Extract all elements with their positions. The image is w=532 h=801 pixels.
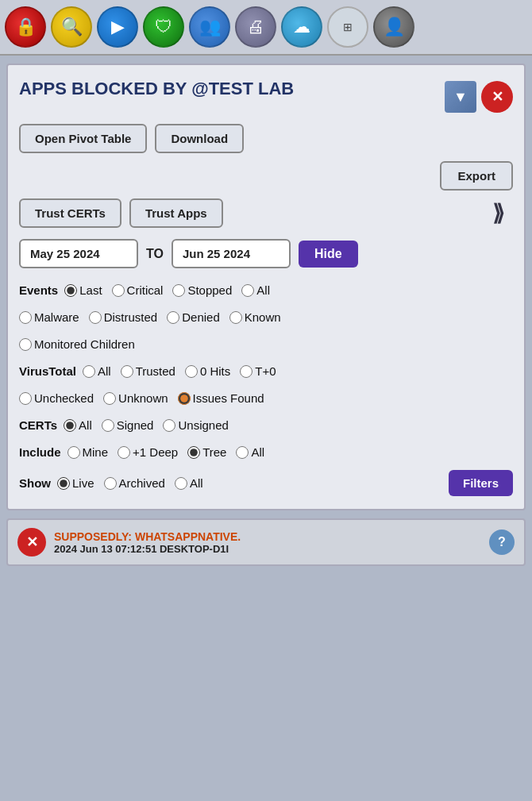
include-deep-option[interactable]: +1 Deep <box>118 443 178 462</box>
event-distrusted-label: Distrusted <box>104 308 158 327</box>
virustotal-label: VirusTotal <box>19 362 76 381</box>
cert-signed-radio[interactable] <box>102 419 114 432</box>
show-archived-option[interactable]: Archived <box>104 474 165 493</box>
include-tree-option[interactable]: Tree <box>187 443 226 462</box>
include-mine-radio[interactable] <box>67 446 80 459</box>
include-all-option[interactable]: All <box>236 443 264 462</box>
play-icon[interactable]: ▶ <box>97 6 138 48</box>
cert-all-label: All <box>79 416 92 435</box>
cert-all-option[interactable]: All <box>64 416 92 435</box>
event-distrusted-radio[interactable] <box>89 311 102 324</box>
event-distrusted-option[interactable]: Distrusted <box>89 308 158 327</box>
vt-all-radio[interactable] <box>83 365 95 378</box>
vt-trusted-option[interactable]: Trusted <box>121 362 175 381</box>
notification-row: ✕ SUPPOSEDLY: WHATSAPPNATIVE. 2024 Jun 1… <box>6 518 526 566</box>
include-deep-radio[interactable] <box>118 446 130 459</box>
event-monitored-radio[interactable] <box>19 338 32 351</box>
print-icon[interactable]: 🖨 <box>235 6 276 48</box>
vt-unchecked-label: Unchecked <box>34 389 94 408</box>
hide-button[interactable]: Hide <box>299 241 358 268</box>
vt-unknown-label: Unknown <box>118 389 168 408</box>
open-pivot-table-button[interactable]: Open Pivot Table <box>19 124 147 153</box>
notification-close-icon[interactable]: ✕ <box>17 528 46 556</box>
cert-unsigned-option[interactable]: Unsigned <box>163 416 228 435</box>
people-icon[interactable]: 👥 <box>189 6 230 48</box>
include-tree-radio[interactable] <box>187 446 200 459</box>
event-critical-radio[interactable] <box>112 284 125 297</box>
vt-unknown-radio[interactable] <box>103 392 116 405</box>
export-button[interactable]: Export <box>440 161 513 191</box>
event-last-radio[interactable] <box>64 284 77 297</box>
vt-unchecked-radio[interactable] <box>19 392 32 405</box>
question-mark-icon: ? <box>498 535 506 549</box>
event-stopped-radio[interactable] <box>172 284 185 297</box>
date-separator: TO <box>146 247 164 261</box>
panel-header: APPS BLOCKED BY @TEST LAB ▼ ✕ <box>19 78 513 113</box>
event-known-option[interactable]: Known <box>229 308 281 327</box>
event-stopped-label: Stopped <box>187 281 232 300</box>
vt-issues-option[interactable]: Issues Found <box>178 389 264 408</box>
filters-button[interactable]: Filters <box>449 470 513 496</box>
shield-icon[interactable]: 🛡 <box>143 6 184 48</box>
show-label: Show <box>19 474 51 493</box>
event-denied-radio[interactable] <box>167 311 179 324</box>
event-critical-option[interactable]: Critical <box>112 281 164 300</box>
include-row: Include Mine +1 Deep Tree All <box>19 443 513 462</box>
vt-issues-radio[interactable] <box>178 392 191 405</box>
filter-icon-button[interactable]: ▼ <box>445 81 476 113</box>
event-monitored-option[interactable]: Monitored Children <box>19 335 135 354</box>
x-icon: ✕ <box>26 533 38 551</box>
vt-t0-option[interactable]: T+0 <box>240 362 276 381</box>
date-from-input[interactable] <box>19 239 138 268</box>
lock-icon[interactable]: 🔒 <box>5 6 46 48</box>
user-icon[interactable]: 👤 <box>373 6 414 48</box>
vt-trusted-label: Trusted <box>136 362 175 381</box>
vt-t0-radio[interactable] <box>240 365 253 378</box>
trust-certs-button[interactable]: Trust CERTs <box>19 198 121 228</box>
date-row: TO Hide <box>19 239 513 268</box>
panel-title: APPS BLOCKED BY @TEST LAB <box>19 78 294 100</box>
show-archived-label: Archived <box>119 474 165 493</box>
cert-all-radio[interactable] <box>64 419 76 432</box>
vt-0hits-radio[interactable] <box>185 365 198 378</box>
show-live-radio[interactable] <box>57 477 70 490</box>
show-all-option[interactable]: All <box>175 474 203 493</box>
vt-trusted-radio[interactable] <box>121 365 133 378</box>
event-stopped-option[interactable]: Stopped <box>172 281 232 300</box>
trust-row: Trust CERTs Trust Apps ⟫ <box>19 198 513 228</box>
vt-all-option[interactable]: All <box>83 362 111 381</box>
show-all-radio[interactable] <box>175 477 187 490</box>
cloud-icon[interactable]: ☁ <box>281 6 322 48</box>
virustotal-row-2: Unchecked Unknown Issues Found <box>19 389 513 408</box>
date-to-input[interactable] <box>172 239 291 268</box>
search-icon[interactable]: 🔍 <box>51 6 92 48</box>
close-panel-button[interactable]: ✕ <box>481 81 513 113</box>
cert-unsigned-label: Unsigned <box>178 416 228 435</box>
notification-subtitle: 2024 Jun 13 07:12:51 DESKTOP-D1I <box>54 543 481 555</box>
event-denied-option[interactable]: Denied <box>167 308 220 327</box>
action-row: Open Pivot Table Download <box>19 124 513 153</box>
trust-apps-button[interactable]: Trust Apps <box>129 198 223 228</box>
export-row: Export <box>19 161 513 191</box>
event-malware-option[interactable]: Malware <box>19 308 79 327</box>
notification-help-icon[interactable]: ? <box>489 530 515 555</box>
download-button[interactable]: Download <box>155 124 244 153</box>
event-all-option[interactable]: All <box>241 281 270 300</box>
event-all-radio[interactable] <box>241 284 254 297</box>
show-live-option[interactable]: Live <box>57 474 94 493</box>
event-monitored-label: Monitored Children <box>34 335 135 354</box>
show-archived-radio[interactable] <box>104 477 117 490</box>
cert-signed-option[interactable]: Signed <box>102 416 154 435</box>
grid-icon[interactable]: ⊞ <box>327 6 368 48</box>
event-last-option[interactable]: Last <box>64 281 102 300</box>
include-mine-option[interactable]: Mine <box>67 443 109 462</box>
filter-section: Events Last Critical Stopped All Mal <box>19 281 513 496</box>
vt-unchecked-option[interactable]: Unchecked <box>19 389 94 408</box>
cert-unsigned-radio[interactable] <box>163 419 175 432</box>
vt-unknown-option[interactable]: Unknown <box>103 389 168 408</box>
vt-0hits-option[interactable]: 0 Hits <box>185 362 230 381</box>
event-malware-radio[interactable] <box>19 311 32 324</box>
include-all-radio[interactable] <box>236 446 249 459</box>
arrow-button[interactable]: ⟫ <box>484 199 513 228</box>
event-known-radio[interactable] <box>229 311 242 324</box>
